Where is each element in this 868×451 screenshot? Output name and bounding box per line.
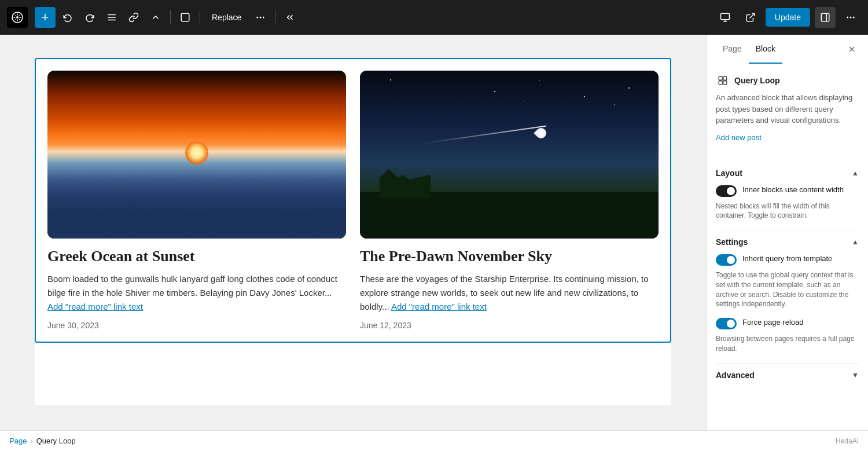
post-image-sunset [47,71,346,239]
inner-blocks-toggle-row: Inner blocks use content width [716,185,859,197]
toolbar-divider-2 [200,10,200,24]
settings-section: Settings ▲ Inherit query from template T… [716,230,859,364]
move-up-down-button[interactable] [146,9,165,26]
toggle-sidebar-button[interactable] [815,7,836,28]
loop-icon [716,74,730,87]
toolbar-left: + Replace [7,7,712,28]
force-reload-label: Force page reload [742,317,804,328]
sidebar-header: Page Block [707,35,868,64]
toolbar-divider-3 [275,10,275,24]
svg-rect-13 [821,13,829,21]
undo-button[interactable] [58,9,78,26]
sidebar-content: Query Loop An advanced block that allows… [707,64,868,430]
update-button[interactable]: Update [766,8,810,27]
wp-logo-icon [7,7,28,28]
inherit-query-label: Inherit query from template [742,254,832,264]
breadcrumb-brand: HedaAI [836,437,859,445]
force-reload-sublabel: Browsing between pages requires a full p… [716,334,859,354]
align-button[interactable] [175,9,195,26]
block-description: An advanced block that allows displaying… [716,92,859,126]
settings-section-title: Settings [716,237,748,247]
breadcrumb-separator: › [30,437,32,445]
add-new-post-link[interactable]: Add new post [716,133,762,142]
sidebar: Page Block [706,35,868,430]
more-options-button[interactable] [251,9,270,26]
svg-point-1 [16,16,19,19]
list-view-button[interactable] [102,9,122,26]
svg-point-16 [850,17,852,19]
layout-section-body: Inner blocks use content width Nested bl… [716,185,859,230]
toolbar: + Replace [0,0,868,35]
inner-blocks-label: Inner blocks use content width [742,185,844,195]
collapse-sidebar-button[interactable] [280,9,300,26]
posts-grid: Greek Ocean at Sunset Boom loaded to the… [47,71,659,330]
svg-point-8 [263,17,264,19]
layout-section-header[interactable]: Layout ▲ [716,162,859,185]
post-card: Greek Ocean at Sunset Boom loaded to the… [47,71,346,330]
advanced-chevron-icon: ▼ [852,371,859,379]
advanced-title: Advanced [716,371,755,380]
editor-canvas: Greek Ocean at Sunset Boom loaded to the… [35,58,671,405]
breadcrumb-items: Page › Query Loop [9,437,76,445]
read-more-link-2[interactable]: Add "read more" link text [391,302,487,311]
force-reload-toggle[interactable] [716,318,737,329]
read-more-link[interactable]: Add "read more" link text [47,302,143,311]
layout-chevron-icon: ▲ [852,169,859,177]
block-info-header: Query Loop [716,74,859,87]
editor-area: Greek Ocean at Sunset Boom loaded to the… [0,35,706,430]
external-link-button[interactable] [740,7,761,28]
inherit-query-toggle-row: Inherit query from template [716,254,859,266]
breadcrumb: Page › Query Loop HedaAI [0,430,868,451]
advanced-section[interactable]: Advanced ▼ [716,364,859,387]
inner-blocks-sublabel: Nested blocks will fill the width of thi… [716,201,859,221]
svg-rect-23 [723,81,727,85]
sidebar-tabs: Page Block [716,35,782,64]
post-excerpt: Boom loaded to the gunwalls hulk lanyard… [47,272,346,314]
inner-blocks-toggle[interactable] [716,185,737,197]
settings-section-body: Inherit query from template Toggle to us… [716,254,859,363]
toolbar-divider [170,10,171,24]
layout-section: Layout ▲ Inner blocks use content width … [716,162,859,231]
post-date-2: June 12, 2023 [360,321,659,330]
svg-rect-9 [720,13,729,20]
replace-button[interactable]: Replace [205,9,248,25]
preview-button[interactable] [715,7,735,28]
svg-point-7 [260,17,262,19]
add-block-button[interactable]: + [35,7,56,28]
post-title: Greek Ocean at Sunset [47,248,346,265]
post-excerpt-2: These are the voyages of the Starship En… [360,272,659,314]
svg-rect-22 [719,81,722,85]
inherit-query-sublabel: Toggle to use the global query context t… [716,270,859,309]
query-loop-block[interactable]: Greek Ocean at Sunset Boom loaded to the… [35,58,671,343]
post-image-nightsky [360,71,659,239]
force-reload-toggle-row: Force page reload [716,317,859,329]
inherit-query-toggle[interactable] [716,254,737,266]
tab-block[interactable]: Block [749,35,782,64]
svg-line-12 [749,13,754,18]
breadcrumb-page[interactable]: Page [9,437,27,445]
svg-point-15 [847,17,848,19]
layout-section-title: Layout [716,168,742,178]
breadcrumb-current: Query Loop [36,437,76,445]
post-title-2: The Pre-Dawn November Sky [360,248,659,265]
main-area: Greek Ocean at Sunset Boom loaded to the… [0,35,868,430]
svg-rect-20 [719,76,722,80]
settings-chevron-icon: ▲ [852,238,859,246]
post-card-2: The Pre-Dawn November Sky These are the … [360,71,659,330]
tab-page[interactable]: Page [716,35,749,64]
settings-section-header[interactable]: Settings ▲ [716,230,859,254]
block-info: Query Loop An advanced block that allows… [716,74,859,152]
block-title: Query Loop [734,76,780,85]
svg-rect-21 [723,76,727,80]
svg-point-17 [853,17,855,19]
post-date: June 30, 2023 [47,321,346,330]
svg-point-6 [257,17,259,19]
toolbar-right: Update [715,7,861,28]
redo-button[interactable] [80,9,100,26]
close-sidebar-button[interactable] [845,42,859,56]
svg-rect-5 [181,13,189,21]
link-button[interactable] [124,9,144,26]
options-button[interactable] [840,7,861,28]
